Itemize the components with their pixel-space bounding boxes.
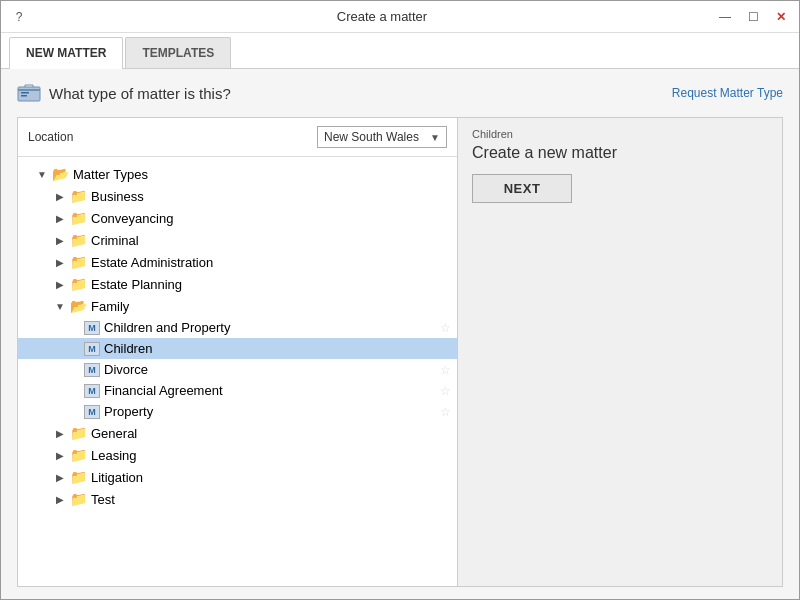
expand-icon: ▶ — [54, 279, 66, 290]
tree-label: Litigation — [91, 470, 143, 485]
right-panel-label: Children — [472, 128, 768, 140]
request-matter-type-link[interactable]: Request Matter Type — [672, 86, 783, 100]
tree-label: Matter Types — [73, 167, 148, 182]
tree-item-business[interactable]: ▶ 📁 Business — [18, 185, 457, 207]
title-bar: ? Create a matter — ☐ ✕ — [1, 1, 799, 33]
expand-icon: ▶ — [54, 213, 66, 224]
close-button[interactable]: ✕ — [771, 10, 791, 24]
tree-item-estate-admin[interactable]: ▶ 📁 Estate Administration — [18, 251, 457, 273]
tree-label: Property — [104, 404, 153, 419]
matter-type-icon: M — [84, 342, 100, 356]
tree-label: Children and Property — [104, 320, 230, 335]
main-window: ? Create a matter — ☐ ✕ NEW MATTER TEMPL… — [0, 0, 800, 600]
title-bar-left: ? — [9, 10, 49, 24]
folder-closed-icon: 📁 — [70, 469, 87, 485]
location-label: Location — [28, 130, 73, 144]
right-panel-title: Create a new matter — [472, 144, 768, 162]
expand-icon: ▼ — [54, 301, 66, 312]
help-button[interactable]: ? — [9, 10, 29, 24]
svg-rect-3 — [21, 95, 27, 97]
expand-icon: ▶ — [54, 494, 66, 505]
tree-item-matter-types[interactable]: ▼ 📂 Matter Types — [18, 163, 457, 185]
expand-icon: ▼ — [36, 169, 48, 180]
expand-icon: ▶ — [54, 472, 66, 483]
location-value: New South Wales — [324, 130, 419, 144]
tree-item-leasing[interactable]: ▶ 📁 Leasing — [18, 444, 457, 466]
tree-label: Test — [91, 492, 115, 507]
expand-icon: ▶ — [54, 235, 66, 246]
folder-closed-icon: 📁 — [70, 447, 87, 463]
star-icon[interactable]: ☆ — [440, 405, 451, 419]
chevron-down-icon: ▼ — [430, 132, 440, 143]
expand-icon: ▶ — [54, 257, 66, 268]
svg-rect-2 — [21, 92, 29, 94]
folder-closed-icon: 📁 — [70, 254, 87, 270]
right-panel: Children Create a new matter NEXT — [458, 118, 782, 586]
tree-item-divorce[interactable]: M Divorce ☆ — [18, 359, 457, 380]
tree-item-children-property[interactable]: M Children and Property ☆ — [18, 317, 457, 338]
tab-templates[interactable]: TEMPLATES — [125, 37, 231, 68]
expand-icon: ▶ — [54, 428, 66, 439]
tree-label: General — [91, 426, 137, 441]
star-icon[interactable]: ☆ — [440, 321, 451, 335]
tree-item-property[interactable]: M Property ☆ — [18, 401, 457, 422]
tabs-bar: NEW MATTER TEMPLATES — [1, 33, 799, 69]
tree-label: Children — [104, 341, 152, 356]
tree-item-criminal[interactable]: ▶ 📁 Criminal — [18, 229, 457, 251]
matter-icon — [17, 81, 41, 105]
folder-closed-icon: 📁 — [70, 425, 87, 441]
folder-closed-icon: 📁 — [70, 491, 87, 507]
tree-label: Criminal — [91, 233, 139, 248]
tree-label: Conveyancing — [91, 211, 173, 226]
minimize-button[interactable]: — — [715, 10, 735, 24]
tree-item-conveyancing[interactable]: ▶ 📁 Conveyancing — [18, 207, 457, 229]
page-title: What type of matter is this? — [49, 85, 231, 102]
tree-label: Divorce — [104, 362, 148, 377]
content-area: What type of matter is this? Request Mat… — [1, 69, 799, 599]
folder-open-icon: 📂 — [52, 166, 69, 182]
main-body: Location New South Wales ▼ ▼ 📂 Matter Ty… — [17, 117, 783, 587]
tree-item-children[interactable]: M Children — [18, 338, 457, 359]
left-panel: Location New South Wales ▼ ▼ 📂 Matter Ty… — [18, 118, 458, 586]
header-row: What type of matter is this? Request Mat… — [17, 81, 783, 105]
tree-item-litigation[interactable]: ▶ 📁 Litigation — [18, 466, 457, 488]
maximize-button[interactable]: ☐ — [743, 10, 763, 24]
tab-new-matter[interactable]: NEW MATTER — [9, 37, 123, 69]
matter-type-icon: M — [84, 321, 100, 335]
tree-item-family[interactable]: ▼ 📂 Family — [18, 295, 457, 317]
expand-icon: ▶ — [54, 191, 66, 202]
tree-item-test[interactable]: ▶ 📁 Test — [18, 488, 457, 510]
folder-open-icon: 📂 — [70, 298, 87, 314]
tree-label: Business — [91, 189, 144, 204]
matter-type-icon: M — [84, 363, 100, 377]
star-icon[interactable]: ☆ — [440, 363, 451, 377]
window-title: Create a matter — [49, 9, 715, 24]
next-button[interactable]: NEXT — [472, 174, 572, 203]
tree-item-general[interactable]: ▶ 📁 General — [18, 422, 457, 444]
tree-label: Family — [91, 299, 129, 314]
expand-icon: ▶ — [54, 450, 66, 461]
tree-label: Estate Planning — [91, 277, 182, 292]
tree-item-estate-planning[interactable]: ▶ 📁 Estate Planning — [18, 273, 457, 295]
matter-type-icon: M — [84, 405, 100, 419]
folder-closed-icon: 📁 — [70, 232, 87, 248]
tree-area: ▼ 📂 Matter Types ▶ 📁 Business ▶ 📁 — [18, 157, 457, 586]
folder-closed-icon: 📁 — [70, 276, 87, 292]
tree-label: Financial Agreement — [104, 383, 223, 398]
header-left: What type of matter is this? — [17, 81, 231, 105]
window-controls: — ☐ ✕ — [715, 10, 791, 24]
folder-closed-icon: 📁 — [70, 210, 87, 226]
matter-type-icon: M — [84, 384, 100, 398]
location-row: Location New South Wales ▼ — [18, 118, 457, 157]
svg-rect-1 — [18, 89, 40, 91]
folder-closed-icon: 📁 — [70, 188, 87, 204]
tree-label: Estate Administration — [91, 255, 213, 270]
tree-label: Leasing — [91, 448, 137, 463]
tree-item-financial-agreement[interactable]: M Financial Agreement ☆ — [18, 380, 457, 401]
location-dropdown[interactable]: New South Wales ▼ — [317, 126, 447, 148]
star-icon[interactable]: ☆ — [440, 384, 451, 398]
